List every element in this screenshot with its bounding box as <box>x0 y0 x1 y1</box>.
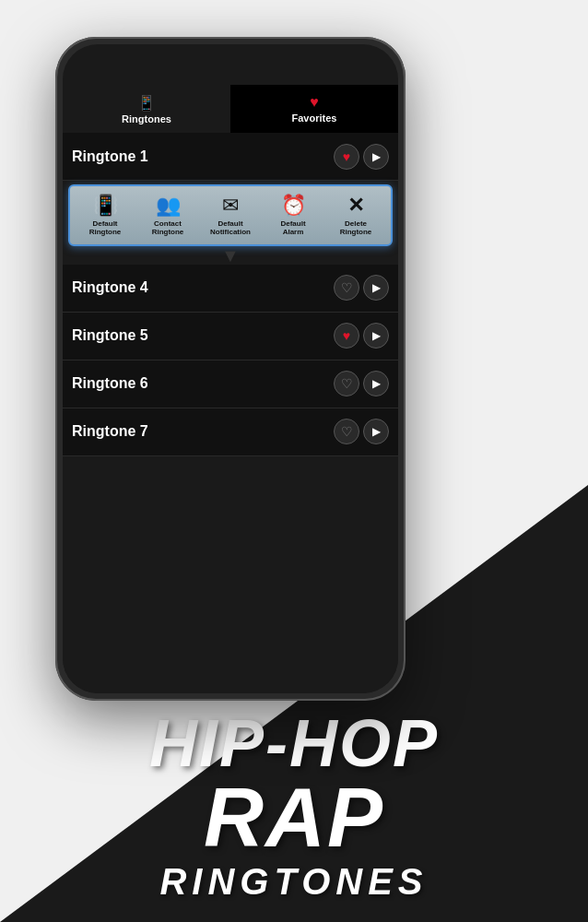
default-alarm-icon: ⏰ <box>281 194 306 218</box>
context-menu: 📳 DefaultRingtone 👥 ContactRingtone ✉ De… <box>68 184 393 246</box>
ringtone-4-heart-icon: ♡ <box>341 280 353 295</box>
ringtone-6-name: Ringtone 6 <box>72 375 334 392</box>
ringtone-4-name: Ringtone 4 <box>72 279 334 296</box>
default-notification-icon: ✉ <box>222 194 239 218</box>
ringtone-item-7[interactable]: Ringtone 7 ♡ ▶ <box>63 408 398 456</box>
delete-ringtone-icon: ✕ <box>347 194 364 218</box>
ringtones-tab-label: Ringtones <box>122 113 171 124</box>
tab-ringtones[interactable]: 📱 Ringtones <box>63 85 230 133</box>
ringtone-item-4[interactable]: Ringtone 4 ♡ ▶ <box>63 265 398 313</box>
ringtone-1-heart-icon: ♥ <box>343 149 350 164</box>
tagline: HIP-HOP RAP RINGTONES <box>0 710 588 904</box>
phone-screen: 📱 Ringtones ♥ Favorites Ringtone 1 ♥ ▶ <box>63 85 398 693</box>
context-default-notification-btn[interactable]: ✉ DefaultNotification <box>203 194 258 237</box>
ringtone-7-name: Ringtone 7 <box>72 423 334 440</box>
ringtone-item-1-header[interactable]: Ringtone 1 ♥ ▶ <box>63 133 398 181</box>
play-icon-1: ▶ <box>372 150 381 163</box>
ringtone-1-actions: ♥ ▶ <box>334 144 389 170</box>
tagline-hiphop: HIP-HOP <box>0 710 588 776</box>
play-icon-6: ▶ <box>372 377 381 390</box>
context-delete-ringtone-btn[interactable]: ✕ DeleteRingtone <box>328 194 383 237</box>
ringtone-item-5[interactable]: Ringtone 5 ♥ ▶ <box>63 313 398 361</box>
play-icon-4: ▶ <box>372 281 381 294</box>
ringtone-1-play-btn[interactable]: ▶ <box>363 144 389 170</box>
ringtone-5-actions: ♥ ▶ <box>334 323 389 349</box>
default-alarm-label: DefaultAlarm <box>280 220 305 237</box>
favorites-tab-icon: ♥ <box>310 94 319 111</box>
ringtone-4-actions: ♡ ▶ <box>334 275 389 301</box>
context-default-alarm-btn[interactable]: ⏰ DefaultAlarm <box>265 194 321 237</box>
ringtone-5-play-btn[interactable]: ▶ <box>363 323 389 349</box>
ringtone-7-favorite-btn[interactable]: ♡ <box>334 419 359 444</box>
contact-ringtone-label: ContactRingtone <box>152 220 184 237</box>
delete-ringtone-label: DeleteRingtone <box>340 220 372 237</box>
tagline-ringtones: RINGTONES <box>0 859 588 904</box>
ringtone-7-heart-icon: ♡ <box>341 424 353 439</box>
tagline-rap: RAP <box>0 776 588 859</box>
context-default-ringtone-btn[interactable]: 📳 DefaultRingtone <box>77 194 133 237</box>
contact-ringtone-icon: 👥 <box>156 194 181 218</box>
play-icon-5: ▶ <box>372 329 381 342</box>
context-contact-ringtone-btn[interactable]: 👥 ContactRingtone <box>140 194 195 237</box>
ringtone-7-play-btn[interactable]: ▶ <box>363 419 389 444</box>
ringtone-6-play-btn[interactable]: ▶ <box>363 371 389 396</box>
ringtone-5-heart-icon: ♥ <box>343 328 350 343</box>
tabs-bar: 📱 Ringtones ♥ Favorites <box>63 85 398 133</box>
default-notification-label: DefaultNotification <box>210 220 251 237</box>
ringtone-7-actions: ♡ ▶ <box>334 419 389 444</box>
ringtone-5-name: Ringtone 5 <box>72 327 334 344</box>
phone-frame: 📱 Ringtones ♥ Favorites Ringtone 1 ♥ ▶ <box>55 37 406 701</box>
default-ringtone-icon: 📳 <box>93 194 118 218</box>
phone-inner: 📱 Ringtones ♥ Favorites Ringtone 1 ♥ ▶ <box>63 44 398 693</box>
default-ringtone-label: DefaultRingtone <box>89 220 122 237</box>
ringtone-6-actions: ♡ ▶ <box>334 371 389 396</box>
tab-favorites[interactable]: ♥ Favorites <box>230 85 398 133</box>
arrow-down-indicator: ▼ <box>63 246 398 265</box>
play-icon-7: ▶ <box>372 425 381 438</box>
ringtone-5-favorite-btn[interactable]: ♥ <box>334 323 359 349</box>
ringtone-item-6[interactable]: Ringtone 6 ♡ ▶ <box>63 361 398 408</box>
ringtone-6-favorite-btn[interactable]: ♡ <box>334 371 359 396</box>
ringtone-4-favorite-btn[interactable]: ♡ <box>334 275 359 301</box>
ringtone-6-heart-icon: ♡ <box>341 376 353 391</box>
ringtone-4-play-btn[interactable]: ▶ <box>363 275 389 301</box>
ringtone-1-name: Ringtone 1 <box>72 148 334 165</box>
favorites-tab-label: Favorites <box>292 112 337 124</box>
ringtones-tab-icon: 📱 <box>137 94 156 112</box>
ringtone-1-favorite-btn[interactable]: ♥ <box>334 144 359 170</box>
